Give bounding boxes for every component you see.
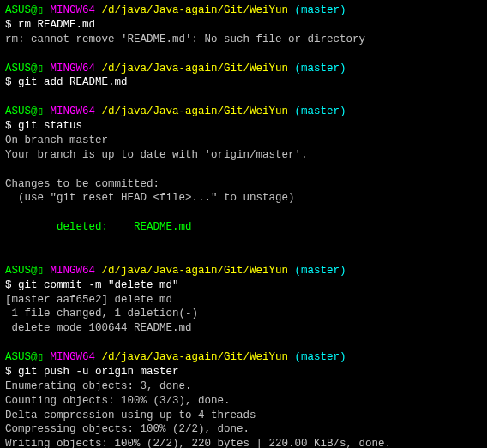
branch: (master) xyxy=(288,4,346,16)
output-line: rm: cannot remove 'README.md': No such f… xyxy=(5,33,482,47)
blank-line xyxy=(5,47,482,62)
blank-line xyxy=(5,206,482,220)
blank-line xyxy=(5,163,482,177)
cwd-path: /d/java/Java-again/Git/WeiYun xyxy=(102,351,289,363)
blank-line xyxy=(5,235,482,249)
terminal-output[interactable]: ASUS@▯ MINGW64 /d/java/Java-again/Git/We… xyxy=(5,3,482,448)
dollar: $ xyxy=(5,279,18,291)
output-line: Changes to be committed: xyxy=(5,177,482,192)
prompt-line: ASUS@▯ MINGW64 /d/java/Java-again/Git/We… xyxy=(5,62,482,76)
prompt-line: ASUS@▯ MINGW64 /d/java/Java-again/Git/We… xyxy=(5,105,482,119)
command: git commit -m "delete md" xyxy=(18,279,179,291)
output-line: On branch master xyxy=(5,134,482,148)
blank-line xyxy=(5,90,482,105)
user-host: ASUS@▯ xyxy=(5,351,44,363)
command: git status xyxy=(18,120,82,132)
user-host: ASUS@▯ xyxy=(5,265,44,277)
user-host: ASUS@▯ xyxy=(5,105,44,117)
output-line: Delta compression using up to 4 threads xyxy=(5,409,482,423)
blank-line xyxy=(5,336,482,350)
output-line: Compressing objects: 100% (2/2), done. xyxy=(5,422,482,437)
cwd-path: /d/java/Java-again/Git/WeiYun xyxy=(102,265,289,277)
user-host: ASUS@▯ xyxy=(5,63,44,75)
staged-deleted-line: deleted: README.md xyxy=(5,220,482,235)
branch: (master) xyxy=(288,351,346,363)
branch: (master) xyxy=(288,265,346,277)
dollar: $ xyxy=(5,366,18,378)
command-line: $ git push -u origin master xyxy=(5,365,482,379)
output-line: Writing objects: 100% (2/2), 220 bytes |… xyxy=(5,437,482,448)
output-line: Counting objects: 100% (3/3), done. xyxy=(5,394,482,409)
prompt-line: ASUS@▯ MINGW64 /d/java/Java-again/Git/We… xyxy=(5,264,482,278)
shell-name: MINGW64 xyxy=(44,4,102,16)
output-line: Enumerating objects: 3, done. xyxy=(5,379,482,394)
output-line: (use "git reset HEAD <file>..." to unsta… xyxy=(5,191,482,206)
branch: (master) xyxy=(288,63,346,75)
command-line: $ git status xyxy=(5,119,482,134)
prompt-line: ASUS@▯ MINGW64 /d/java/Java-again/Git/We… xyxy=(5,350,482,365)
command-line: $ git add README.md xyxy=(5,75,482,90)
shell-name: MINGW64 xyxy=(44,351,102,363)
shell-name: MINGW64 xyxy=(44,63,102,75)
blank-line xyxy=(5,249,482,264)
prompt-line: ASUS@▯ MINGW64 /d/java/Java-again/Git/We… xyxy=(5,3,482,18)
output-line: 1 file changed, 1 deletion(-) xyxy=(5,307,482,321)
command-line: $ rm README.md xyxy=(5,18,482,33)
output-line: Your branch is up to date with 'origin/m… xyxy=(5,148,482,163)
user-host: ASUS@▯ xyxy=(5,4,44,16)
cwd-path: /d/java/Java-again/Git/WeiYun xyxy=(102,105,289,117)
output-line: delete mode 100644 README.md xyxy=(5,321,482,336)
command: git push -u origin master xyxy=(18,366,179,378)
command: rm README.md xyxy=(18,19,95,31)
dollar: $ xyxy=(5,76,18,88)
output-line: [master aaf65e2] delete md xyxy=(5,293,482,308)
command: git add README.md xyxy=(18,76,128,88)
shell-name: MINGW64 xyxy=(44,265,102,277)
cwd-path: /d/java/Java-again/Git/WeiYun xyxy=(102,63,289,75)
command-line: $ git commit -m "delete md" xyxy=(5,278,482,293)
dollar: $ xyxy=(5,19,18,31)
branch: (master) xyxy=(288,105,346,117)
dollar: $ xyxy=(5,120,18,132)
cwd-path: /d/java/Java-again/Git/WeiYun xyxy=(102,4,289,16)
shell-name: MINGW64 xyxy=(44,105,102,117)
